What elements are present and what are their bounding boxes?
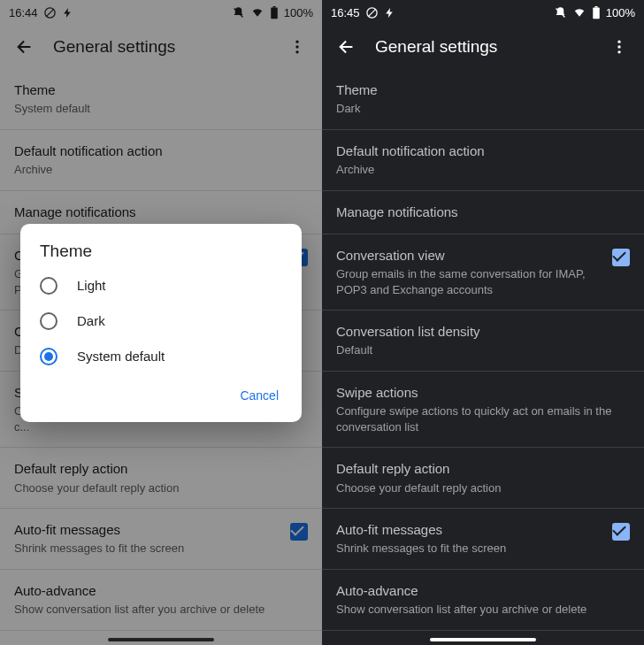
clock: 16:45 <box>331 6 360 19</box>
app-bar: General settings <box>322 25 644 69</box>
overflow-menu-button[interactable] <box>602 29 637 65</box>
dnd-off-icon <box>365 6 379 19</box>
svg-point-9 <box>617 41 620 43</box>
cancel-button[interactable]: Cancel <box>231 381 288 410</box>
option-label: Dark <box>77 313 105 328</box>
nav-pill[interactable] <box>430 638 536 641</box>
bell-off-icon <box>554 6 567 19</box>
dialog-title: Theme <box>20 242 302 268</box>
theme-option-system-default[interactable]: System default <box>20 339 302 374</box>
setting-density[interactable]: Conversation list densityDefault <box>322 311 644 371</box>
arrow-back-icon <box>337 37 356 57</box>
checkbox[interactable] <box>612 249 630 266</box>
svg-point-10 <box>617 45 620 48</box>
setting-auto-advance[interactable]: Auto-advanceShow conversation list after… <box>322 570 644 630</box>
setting-default-reply-action[interactable]: Default reply actionChoose your default … <box>322 448 644 508</box>
status-bar: 16:45 100% <box>322 0 644 25</box>
screen-light: 16:44 100% General settings ThemeSystem … <box>0 0 322 645</box>
screen-dark: 16:45 100% General settings ThemeDark De… <box>322 0 644 645</box>
dialog-scrim[interactable]: Theme Light Dark System default Cancel <box>0 0 322 645</box>
battery-icon <box>592 6 601 19</box>
radio-icon <box>40 277 58 295</box>
more-vert-icon <box>610 38 628 56</box>
setting-default-notification-action[interactable]: Default notification actionArchive <box>322 130 644 190</box>
settings-list: ThemeDark Default notification actionArc… <box>322 69 644 645</box>
option-label: Light <box>77 278 106 293</box>
page-title: General settings <box>375 37 591 57</box>
radio-icon <box>40 312 58 330</box>
checkbox[interactable] <box>612 523 630 541</box>
theme-option-dark[interactable]: Dark <box>20 303 302 339</box>
setting-manage-notifications[interactable]: Manage notifications <box>322 191 644 234</box>
back-button[interactable] <box>329 29 364 65</box>
setting-conversation-view[interactable]: Conversation viewGroup emails in the sam… <box>322 234 644 310</box>
theme-dialog: Theme Light Dark System default Cancel <box>20 224 302 422</box>
wifi-icon <box>572 6 586 19</box>
radio-icon <box>40 348 58 365</box>
setting-swipe-actions[interactable]: Swipe actionsConfigure swipe actions to … <box>322 372 644 447</box>
setting-theme[interactable]: ThemeDark <box>322 69 644 129</box>
setting-auto-fit-messages[interactable]: Auto-fit messagesShrink messages to fit … <box>322 509 644 569</box>
theme-option-light[interactable]: Light <box>20 268 302 303</box>
nav-pill[interactable] <box>108 638 214 641</box>
svg-point-11 <box>617 50 620 53</box>
svg-rect-7 <box>593 7 600 19</box>
bolt-icon <box>384 7 395 19</box>
battery-pct: 100% <box>606 6 635 19</box>
svg-rect-8 <box>594 6 597 8</box>
option-label: System default <box>77 349 165 364</box>
